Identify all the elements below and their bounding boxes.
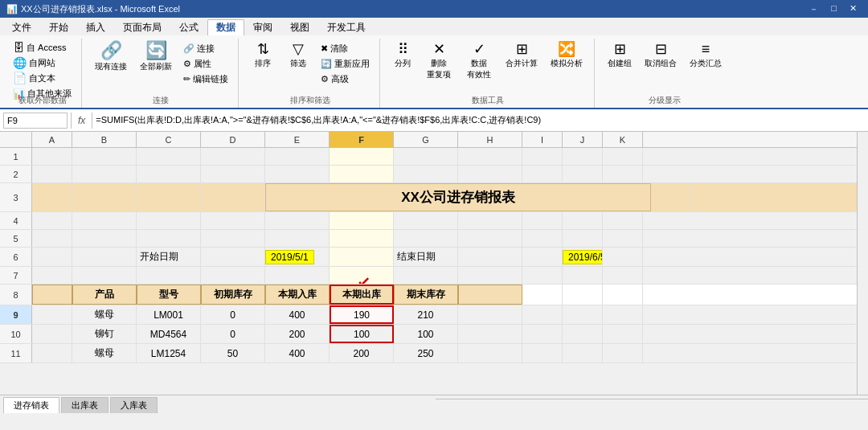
tab-view[interactable]: 视图 xyxy=(281,19,318,35)
edit-links-btn[interactable]: ✏ 编辑链接 xyxy=(180,72,231,86)
cell-B4[interactable] xyxy=(72,212,137,229)
cell-A8[interactable] xyxy=(32,285,72,305)
cell-C2[interactable] xyxy=(137,166,201,182)
cell-A11[interactable] xyxy=(32,344,72,362)
cell-E9-inbound[interactable]: 400 xyxy=(265,305,330,324)
cell-K8[interactable] xyxy=(603,285,643,305)
cell-H9[interactable] xyxy=(458,305,522,324)
col-header-H[interactable]: H xyxy=(458,132,522,147)
vertical-scrollbar[interactable] xyxy=(857,132,868,395)
cell-C4[interactable] xyxy=(137,212,201,229)
cell-G2[interactable] xyxy=(394,166,458,182)
end-date[interactable]: 2019/6/5 xyxy=(563,250,603,264)
cell-J1[interactable] xyxy=(563,148,603,165)
cell-D1[interactable] xyxy=(201,148,265,165)
scenario-btn[interactable]: 🔀 模拟分析 xyxy=(546,40,588,71)
tab-formula[interactable]: 公式 xyxy=(170,19,207,35)
ungroup-btn[interactable]: ⊟ 取消组合 xyxy=(640,40,682,71)
cell-K7[interactable] xyxy=(603,267,643,284)
cell-E1[interactable] xyxy=(265,148,330,165)
cell-K9[interactable] xyxy=(603,305,643,324)
cell-H6[interactable] xyxy=(458,248,522,266)
cell-C5[interactable] xyxy=(137,230,201,247)
cell-J7[interactable] xyxy=(563,267,603,284)
tab-data[interactable]: 数据 xyxy=(207,19,244,35)
cell-I11[interactable] xyxy=(522,344,563,362)
cell-G11-end-stock[interactable]: 250 xyxy=(394,344,458,362)
cell-K6[interactable] xyxy=(603,248,643,266)
tab-layout[interactable]: 页面布局 xyxy=(114,19,170,35)
cell-B5[interactable] xyxy=(72,230,137,247)
cell-I1[interactable] xyxy=(522,148,563,165)
name-box[interactable]: F9 xyxy=(3,113,68,129)
cell-K10[interactable] xyxy=(603,325,643,343)
cell-C3[interactable] xyxy=(137,183,201,211)
cell-K11[interactable] xyxy=(603,344,643,362)
cell-J8[interactable] xyxy=(563,285,603,305)
cell-H7[interactable] xyxy=(458,267,522,284)
cell-G9-end-stock[interactable]: 210 xyxy=(394,305,458,324)
cell-H2[interactable] xyxy=(458,166,522,182)
cell-E11-inbound[interactable]: 400 xyxy=(265,344,330,362)
cell-I6[interactable] xyxy=(522,248,563,266)
tab-review[interactable]: 审阅 xyxy=(244,19,281,35)
cell-H8[interactable] xyxy=(458,285,522,305)
col-header-B[interactable]: B xyxy=(72,132,137,147)
cell-H4[interactable] xyxy=(458,212,522,229)
cell-E7[interactable] xyxy=(265,267,330,284)
cell-I10[interactable] xyxy=(522,325,563,343)
close-btn[interactable]: ✕ xyxy=(845,3,862,15)
clear-btn[interactable]: ✖ 清除 xyxy=(317,42,373,55)
col-header-F[interactable]: F xyxy=(330,132,394,147)
tab-file[interactable]: 文件 xyxy=(3,19,40,35)
col-header-G[interactable]: G xyxy=(394,132,458,147)
cell-C6[interactable]: 开始日期 xyxy=(137,248,201,266)
col-header-I[interactable]: I xyxy=(522,132,563,147)
col-header-A[interactable]: A xyxy=(32,132,72,147)
cell-J5[interactable] xyxy=(563,230,603,247)
cell-F5[interactable] xyxy=(330,230,394,247)
text-btn[interactable]: 📄 自文本 xyxy=(10,71,59,85)
tab-ruku[interactable]: 入库表 xyxy=(110,397,158,413)
cell-E4[interactable] xyxy=(265,212,330,229)
cell-I4[interactable] xyxy=(522,212,563,229)
cell-B10-product[interactable]: 铆钉 xyxy=(72,325,137,343)
maximize-btn[interactable]: □ xyxy=(826,3,841,15)
tab-home[interactable]: 开始 xyxy=(40,19,77,35)
cell-K5[interactable] xyxy=(603,230,643,247)
cell-F4[interactable] xyxy=(330,212,394,229)
conn-btn[interactable]: 🔗 连接 xyxy=(180,42,231,55)
cell-C11-model[interactable]: LM1254 xyxy=(137,344,201,362)
cell-J10[interactable] xyxy=(563,325,603,343)
cell-B7[interactable] xyxy=(72,267,137,284)
cell-F8-outbound[interactable]: 本期出库 xyxy=(330,285,394,305)
cell-K2[interactable] xyxy=(603,166,643,182)
cell-I7[interactable] xyxy=(522,267,563,284)
web-btn[interactable]: 🌐 自网站 xyxy=(10,55,59,70)
cell-B8-product[interactable]: 产品 xyxy=(72,285,137,305)
remove-dup-btn[interactable]: ✕ 删除重复项 xyxy=(420,40,457,82)
cell-E2[interactable] xyxy=(265,166,330,182)
cell-G6[interactable]: 结束日期 xyxy=(394,248,458,266)
cell-H10[interactable] xyxy=(458,325,522,343)
cell-A2[interactable] xyxy=(32,166,72,182)
cell-G5[interactable] xyxy=(394,230,458,247)
cell-F7[interactable]: ↙ xyxy=(330,267,394,284)
tab-chuku[interactable]: 出库表 xyxy=(61,397,108,413)
cell-F10-outbound[interactable]: 100 xyxy=(330,325,394,343)
horizontal-scrollbar[interactable] xyxy=(436,399,868,410)
cell-C8-model[interactable]: 型号 xyxy=(137,285,201,305)
cell-A10[interactable] xyxy=(32,325,72,343)
cell-C9-model[interactable]: LM001 xyxy=(137,305,201,324)
cell-B9-product[interactable]: 螺母 xyxy=(72,305,137,324)
refresh-all-btn[interactable]: 🔄 全部刷新 xyxy=(135,40,177,74)
advanced-btn[interactable]: ⚙ 高级 xyxy=(317,72,373,86)
sort-btn[interactable]: ⇅ 排序 xyxy=(247,40,279,71)
cell-D7[interactable] xyxy=(201,267,265,284)
cell-F11-outbound[interactable]: 200 xyxy=(330,344,394,362)
cell-E8-inbound[interactable]: 本期入库 xyxy=(265,285,330,305)
formula-text[interactable]: =SUMIFS(出库表!D:D,出库表!A:A,">="&进存销表!$C$6,出… xyxy=(96,114,865,126)
tab-insert[interactable]: 插入 xyxy=(77,19,114,35)
existing-connections-btn[interactable]: 🔗 现有连接 xyxy=(90,40,132,74)
cell-G4[interactable] xyxy=(394,212,458,229)
